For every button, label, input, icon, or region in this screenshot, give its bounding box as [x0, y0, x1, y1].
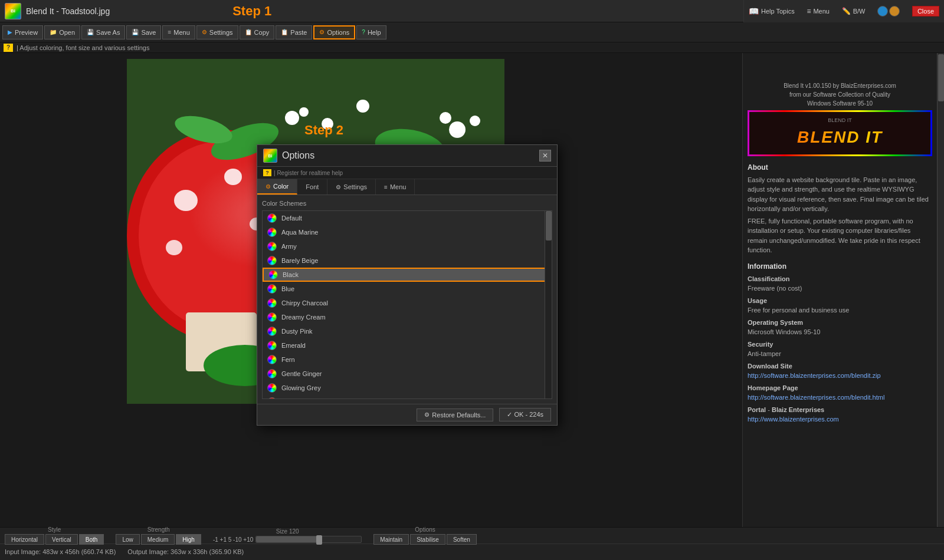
menu-icon: ≡ [168, 29, 171, 35]
ok-button[interactable]: ✓ OK - 224s [499, 408, 551, 421]
dialog-help-icon: ? [263, 169, 271, 176]
logo-text: BI [11, 8, 15, 14]
color-item-gold[interactable]: Gold [263, 395, 552, 399]
options-status-group: Options Maintain Stabilise Soften [373, 526, 477, 545]
save-icon: 💾 [132, 29, 139, 35]
maintain-btn[interactable]: Maintain [373, 534, 409, 545]
medium-btn[interactable]: Medium [141, 534, 175, 545]
horizontal-btn[interactable]: Horizontal [5, 534, 44, 545]
color-item-label: Barely Beige [281, 257, 318, 264]
toolbar: ▶ Preview 📁 Open 💾 Save As 💾 Save ≡ Menu… [0, 22, 944, 42]
color-item-glowing-grey[interactable]: Glowing Grey [263, 381, 552, 395]
version-info: Blend It v1.00.150 by BlaizEnterprises.c… [748, 81, 932, 108]
color-item-label: Default [281, 215, 302, 222]
save-as-button[interactable]: 💾 Save As [81, 25, 125, 39]
title-bar-left: BI Blend It - Toadstool.jpg Step 1 [5, 3, 271, 19]
right-title-bar: 📖 Help Topics ≡ Menu ✏️ B/W Close [743, 0, 944, 22]
bw-btn[interactable]: B/W [853, 8, 866, 15]
color-swatch [267, 355, 277, 364]
color-item-dreamy-cream[interactable]: Dreamy Cream [263, 310, 552, 324]
options-buttons: Maintain Stabilise Soften [373, 534, 477, 545]
color-swatch [267, 312, 277, 322]
blend-banner-inner: BLEND IT BLEND IT [749, 112, 930, 154]
restore-defaults-button[interactable]: ⚙ Restore Defaults... [417, 409, 493, 421]
right-close-button[interactable]: Close [912, 6, 939, 17]
color-item-chirpy-charcoal[interactable]: Chirpy Charcoal [263, 296, 552, 310]
tab-font[interactable]: Font [297, 179, 327, 195]
size-slider[interactable] [255, 536, 362, 543]
size-group: Size 120 -1 +1 5 -10 +10 [213, 528, 362, 543]
color-item-fern[interactable]: Fern [263, 353, 552, 367]
status-bar: Style Horizontal Vertical Both Strength … [0, 527, 944, 560]
menu-btn-right[interactable]: Menu [813, 8, 830, 15]
color-swatch [267, 369, 277, 378]
soften-btn[interactable]: Soften [447, 534, 477, 545]
color-list: DefaultAqua MarineArmyBarely BeigeBlackB… [263, 211, 552, 399]
settings-icon: ⚙ [202, 29, 207, 35]
color-item-aqua-marine[interactable]: Aqua Marine [263, 225, 552, 239]
color-item-gentle-ginger[interactable]: Gentle Ginger [263, 367, 552, 381]
input-image-info: Input Image: 483w x 456h (660.74 KB) [5, 548, 116, 555]
dialog-tabs: ⚙ Color Font ⚙ Settings ≡ Menu [257, 179, 557, 195]
both-btn[interactable]: Both [79, 534, 104, 545]
preview-button[interactable]: ▶ Preview [2, 25, 43, 39]
restore-icon: ⚙ [424, 411, 430, 418]
color-item-barely-beige[interactable]: Barely Beige [263, 253, 552, 268]
color-item-label: Aqua Marine [281, 229, 318, 236]
app-title: Blend It - Toadstool.jpg [26, 6, 110, 16]
strength-group: Strength Low Medium High [116, 526, 201, 545]
tab-menu[interactable]: ≡ Menu [376, 179, 415, 195]
high-btn[interactable]: High [176, 534, 201, 545]
menu-button[interactable]: ≡ Menu [162, 25, 195, 39]
svg-point-10 [285, 111, 299, 125]
color-item-label: Dusty Pink [281, 328, 313, 335]
color-item-label: Gold [281, 398, 295, 399]
dialog-help-text: | Register for realtime help [274, 170, 343, 176]
color-swatch [267, 327, 277, 336]
settings-tab-icon: ⚙ [336, 184, 341, 190]
color-item-label: Black [283, 271, 299, 278]
color-schemes-label: Color Schemes [262, 200, 552, 207]
style-group: Style Horizontal Vertical Both [5, 526, 104, 545]
dialog-close-button[interactable]: ✕ [539, 150, 551, 162]
dialog-title: Options [282, 150, 539, 161]
svg-point-24 [440, 112, 451, 124]
color-item-army[interactable]: Army [263, 239, 552, 253]
tab-color[interactable]: ⚙ Color [257, 179, 297, 195]
color-swatch [267, 341, 277, 350]
color-item-default[interactable]: Default [263, 211, 552, 225]
stabilise-btn[interactable]: Stabilise [410, 534, 445, 545]
color-swatch [267, 397, 277, 399]
svg-point-11 [299, 107, 309, 117]
svg-point-9 [172, 111, 235, 149]
scroll-thumb [546, 211, 552, 241]
step2-overlay: Step 2 [304, 123, 343, 138]
color-item-blue[interactable]: Blue [263, 282, 552, 296]
options-button[interactable]: ⚙ Options [313, 25, 355, 39]
copy-icon: 📋 [245, 29, 252, 35]
copy-button[interactable]: 📋 Copy [240, 25, 275, 39]
list-scrollbar[interactable] [545, 211, 552, 398]
vertical-btn[interactable]: Vertical [45, 534, 78, 545]
color-swatch [267, 284, 277, 294]
sidebar-scrollbar[interactable] [937, 53, 944, 527]
help-topics-btn[interactable]: Help Topics [761, 8, 795, 15]
help-icon-bar: ? [4, 44, 13, 52]
paste-button[interactable]: 📋 Paste [276, 25, 312, 39]
color-item-label: Fern [281, 356, 295, 363]
color-tab-icon: ⚙ [266, 183, 271, 190]
save-button[interactable]: 💾 Save [126, 25, 161, 39]
color-item-emerald[interactable]: Emerald [263, 338, 552, 353]
settings-button[interactable]: ⚙ Settings [196, 25, 238, 39]
color-item-black[interactable]: Black [263, 268, 552, 282]
color-item-dusty-pink[interactable]: Dusty Pink [263, 324, 552, 338]
help-bar-text: | Adjust coloring, font size and various… [17, 44, 149, 51]
color-list-container[interactable]: DefaultAqua MarineArmyBarely BeigeBlackB… [262, 210, 552, 399]
open-button[interactable]: 📁 Open [44, 25, 80, 39]
low-btn[interactable]: Low [116, 534, 139, 545]
help-button[interactable]: ? Help [356, 25, 386, 39]
color-item-label: Army [281, 243, 297, 250]
tab-settings[interactable]: ⚙ Settings [327, 179, 376, 195]
svg-rect-7 [186, 312, 257, 371]
blend-banner: BLEND IT BLEND IT [748, 110, 932, 156]
